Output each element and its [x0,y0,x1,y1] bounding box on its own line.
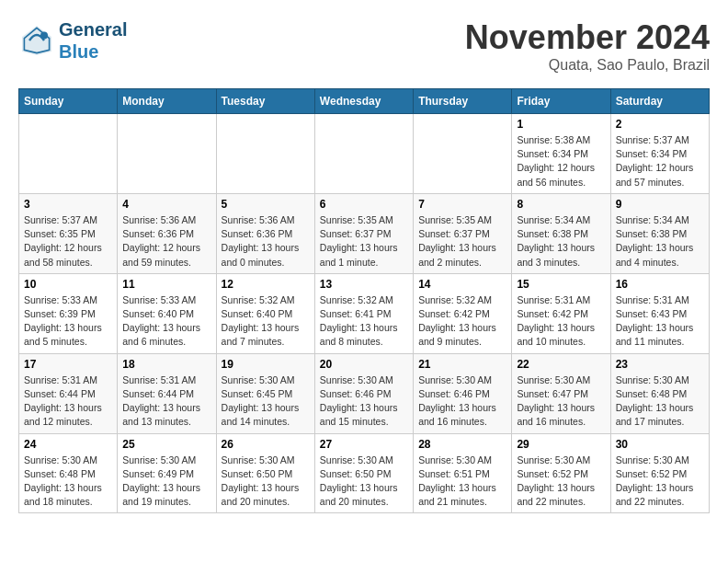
day-info: Sunrise: 5:34 AM Sunset: 6:38 PM Dayligh… [616,213,704,270]
day-info: Sunrise: 5:35 AM Sunset: 6:37 PM Dayligh… [320,213,408,270]
day-info: Sunrise: 5:36 AM Sunset: 6:36 PM Dayligh… [222,213,310,270]
calendar-cell: 26Sunrise: 5:30 AM Sunset: 6:50 PM Dayli… [216,433,314,513]
calendar-cell: 7Sunrise: 5:35 AM Sunset: 6:37 PM Daylig… [414,193,512,273]
day-info: Sunrise: 5:36 AM Sunset: 6:36 PM Dayligh… [122,213,210,270]
day-info: Sunrise: 5:30 AM Sunset: 6:51 PM Dayligh… [418,454,506,510]
day-info: Sunrise: 5:32 AM Sunset: 6:40 PM Dayligh… [222,293,310,350]
day-number: 5 [222,198,310,211]
weekday-header-tuesday: Tuesday [216,89,314,114]
calendar-cell: 19Sunrise: 5:30 AM Sunset: 6:45 PM Dayli… [216,353,314,433]
calendar-cell: 24Sunrise: 5:30 AM Sunset: 6:48 PM Dayli… [19,433,118,513]
calendar-week-row: 17Sunrise: 5:31 AM Sunset: 6:44 PM Dayli… [19,353,710,433]
calendar-cell: 22Sunrise: 5:30 AM Sunset: 6:47 PM Dayli… [512,353,610,433]
calendar-cell [19,114,118,194]
day-number: 4 [122,198,210,211]
day-number: 15 [517,278,605,291]
weekday-header-monday: Monday [118,89,216,114]
day-number: 10 [24,278,112,291]
day-info: Sunrise: 5:30 AM Sunset: 6:50 PM Dayligh… [222,454,310,510]
calendar-cell: 23Sunrise: 5:30 AM Sunset: 6:48 PM Dayli… [610,353,709,433]
location-subtitle: Quata, Sao Paulo, Brazil [465,57,710,74]
day-info: Sunrise: 5:37 AM Sunset: 6:34 PM Dayligh… [616,133,704,190]
day-number: 28 [418,438,506,451]
calendar-cell: 18Sunrise: 5:31 AM Sunset: 6:44 PM Dayli… [118,353,216,433]
day-info: Sunrise: 5:30 AM Sunset: 6:52 PM Dayligh… [517,454,605,510]
calendar-cell: 17Sunrise: 5:31 AM Sunset: 6:44 PM Dayli… [19,353,118,433]
day-info: Sunrise: 5:30 AM Sunset: 6:50 PM Dayligh… [320,454,408,510]
day-number: 26 [222,438,310,451]
day-info: Sunrise: 5:38 AM Sunset: 6:34 PM Dayligh… [517,133,605,190]
day-info: Sunrise: 5:31 AM Sunset: 6:44 PM Dayligh… [122,373,210,430]
calendar-cell: 29Sunrise: 5:30 AM Sunset: 6:52 PM Dayli… [512,433,610,513]
calendar-cell: 5Sunrise: 5:36 AM Sunset: 6:36 PM Daylig… [216,193,314,273]
calendar-cell: 4Sunrise: 5:36 AM Sunset: 6:36 PM Daylig… [118,193,216,273]
calendar-cell [118,114,216,194]
day-number: 7 [418,198,506,211]
calendar-week-row: 10Sunrise: 5:33 AM Sunset: 6:39 PM Dayli… [19,273,710,353]
calendar-cell: 14Sunrise: 5:32 AM Sunset: 6:42 PM Dayli… [414,273,512,353]
calendar-cell: 20Sunrise: 5:30 AM Sunset: 6:46 PM Dayli… [314,353,413,433]
calendar-cell: 3Sunrise: 5:37 AM Sunset: 6:35 PM Daylig… [19,193,118,273]
day-number: 13 [320,278,408,291]
page-header: General Blue November 2024 Quata, Sao Pa… [18,18,710,74]
day-number: 21 [418,358,506,371]
svg-point-2 [40,31,48,39]
calendar-cell: 9Sunrise: 5:34 AM Sunset: 6:38 PM Daylig… [610,193,709,273]
day-info: Sunrise: 5:30 AM Sunset: 6:45 PM Dayligh… [222,373,310,430]
day-info: Sunrise: 5:32 AM Sunset: 6:41 PM Dayligh… [320,293,408,350]
day-info: Sunrise: 5:30 AM Sunset: 6:46 PM Dayligh… [418,373,506,430]
weekday-header-thursday: Thursday [414,89,512,114]
day-info: Sunrise: 5:30 AM Sunset: 6:52 PM Dayligh… [616,454,704,510]
weekday-header-wednesday: Wednesday [314,89,413,114]
day-number: 12 [222,278,310,291]
calendar-cell: 2Sunrise: 5:37 AM Sunset: 6:34 PM Daylig… [610,114,709,194]
logo: General Blue [18,18,127,63]
day-info: Sunrise: 5:37 AM Sunset: 6:35 PM Dayligh… [24,213,112,270]
weekday-header-friday: Friday [512,89,610,114]
day-number: 27 [320,438,408,451]
day-number: 14 [418,278,506,291]
calendar-cell: 21Sunrise: 5:30 AM Sunset: 6:46 PM Dayli… [414,353,512,433]
day-number: 18 [122,358,210,371]
logo-text-top: General [59,18,127,40]
day-number: 25 [122,438,210,451]
month-title: November 2024 [465,18,710,57]
day-number: 16 [616,278,704,291]
day-info: Sunrise: 5:30 AM Sunset: 6:47 PM Dayligh… [517,373,605,430]
day-info: Sunrise: 5:31 AM Sunset: 6:42 PM Dayligh… [517,293,605,350]
day-info: Sunrise: 5:35 AM Sunset: 6:37 PM Dayligh… [418,213,506,270]
day-info: Sunrise: 5:31 AM Sunset: 6:43 PM Dayligh… [616,293,704,350]
calendar-cell: 6Sunrise: 5:35 AM Sunset: 6:37 PM Daylig… [314,193,413,273]
calendar-cell: 28Sunrise: 5:30 AM Sunset: 6:51 PM Dayli… [414,433,512,513]
day-number: 1 [517,118,605,131]
calendar-cell [216,114,314,194]
day-info: Sunrise: 5:33 AM Sunset: 6:39 PM Dayligh… [24,293,112,350]
weekday-header-saturday: Saturday [610,89,709,114]
calendar-cell: 13Sunrise: 5:32 AM Sunset: 6:41 PM Dayli… [314,273,413,353]
calendar-week-row: 3Sunrise: 5:37 AM Sunset: 6:35 PM Daylig… [19,193,710,273]
day-info: Sunrise: 5:32 AM Sunset: 6:42 PM Dayligh… [418,293,506,350]
day-info: Sunrise: 5:30 AM Sunset: 6:48 PM Dayligh… [24,454,112,510]
day-info: Sunrise: 5:30 AM Sunset: 6:49 PM Dayligh… [122,454,210,510]
calendar-cell: 30Sunrise: 5:30 AM Sunset: 6:52 PM Dayli… [610,433,709,513]
day-number: 2 [616,118,704,131]
calendar-cell: 11Sunrise: 5:33 AM Sunset: 6:40 PM Dayli… [118,273,216,353]
day-number: 22 [517,358,605,371]
day-info: Sunrise: 5:33 AM Sunset: 6:40 PM Dayligh… [122,293,210,350]
calendar-cell [314,114,413,194]
calendar-cell: 27Sunrise: 5:30 AM Sunset: 6:50 PM Dayli… [314,433,413,513]
day-number: 20 [320,358,408,371]
day-info: Sunrise: 5:30 AM Sunset: 6:48 PM Dayligh… [616,373,704,430]
day-number: 29 [517,438,605,451]
weekday-header-sunday: Sunday [19,89,118,114]
day-number: 11 [122,278,210,291]
calendar-table: SundayMondayTuesdayWednesdayThursdayFrid… [18,88,710,513]
day-number: 8 [517,198,605,211]
day-number: 3 [24,198,112,211]
day-info: Sunrise: 5:30 AM Sunset: 6:46 PM Dayligh… [320,373,408,430]
calendar-cell: 12Sunrise: 5:32 AM Sunset: 6:40 PM Dayli… [216,273,314,353]
calendar-cell: 1Sunrise: 5:38 AM Sunset: 6:34 PM Daylig… [512,114,610,194]
day-number: 9 [616,198,704,211]
calendar-cell: 15Sunrise: 5:31 AM Sunset: 6:42 PM Dayli… [512,273,610,353]
calendar-week-row: 1Sunrise: 5:38 AM Sunset: 6:34 PM Daylig… [19,114,710,194]
